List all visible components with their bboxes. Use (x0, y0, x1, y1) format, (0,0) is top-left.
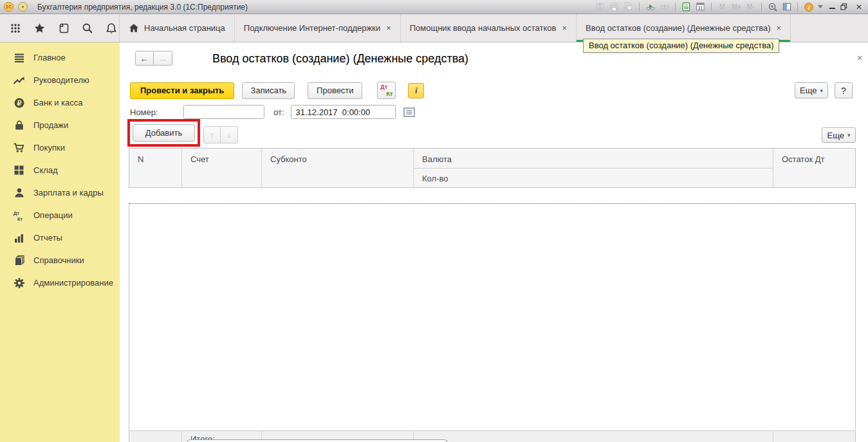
tab-close-icon[interactable]: × (562, 24, 568, 32)
column-header-balance-dt[interactable]: Остаток Дт (773, 149, 855, 187)
gear-icon (13, 277, 25, 289)
sidebar-item-manager[interactable]: Руководителю (0, 69, 120, 91)
add-row-button[interactable]: Добавить (133, 124, 195, 142)
dtkt-postings-button[interactable]: Дт Кт (377, 82, 396, 99)
calendar-icon[interactable]: 31 (695, 2, 706, 12)
column-header-quantity[interactable]: Кол-во (414, 169, 773, 188)
tab-label: Помощник ввода начальных остатков (410, 23, 557, 33)
forward-button[interactable]: → (154, 51, 172, 66)
total-cell-balance-dt (773, 431, 855, 442)
column-header-currency[interactable]: Валюта (414, 149, 773, 169)
help-button[interactable]: ? (835, 82, 853, 98)
apps-menu-icon[interactable] (8, 21, 23, 36)
tab-home[interactable]: Начальная страница (120, 14, 235, 42)
page-title: Ввод остатков (создание) (Денежные средс… (212, 52, 468, 66)
sidebar-item-label: Банк и касса (33, 98, 83, 107)
system-menu-button[interactable]: ▾ (18, 2, 28, 12)
memory-m-minus-button[interactable]: M- (745, 2, 756, 12)
split-window-icon[interactable] (781, 2, 792, 12)
sidebar-item-main[interactable]: Главное (0, 46, 120, 69)
warehouse-icon (13, 165, 25, 176)
post-and-close-button[interactable]: Провести и закрыть (130, 82, 234, 99)
memory-m-button[interactable]: M (717, 2, 728, 12)
number-input[interactable] (183, 105, 264, 119)
notifications-bell-icon[interactable] (104, 21, 119, 36)
number-label: Номер: (130, 107, 183, 117)
write-button[interactable]: Записать (242, 82, 295, 99)
favorites-star-icon[interactable] (32, 21, 46, 36)
sidebar-item-warehouse[interactable]: Склад (0, 159, 120, 181)
footer-field-partial[interactable] (187, 439, 448, 442)
sidebar-item-label: Покупки (33, 143, 65, 152)
save-icon[interactable] (595, 2, 605, 12)
sidebar-item-label: Главное (33, 53, 66, 62)
memory-m-plus-button[interactable]: M+ (731, 2, 742, 12)
document-journal-icon[interactable] (403, 107, 415, 117)
titlebar-separator (639, 3, 640, 12)
date-input[interactable] (291, 105, 396, 119)
zoom-icon[interactable] (767, 2, 778, 12)
history-icon[interactable] (56, 21, 71, 36)
info-button[interactable]: i (408, 83, 424, 98)
chevron-down-icon: ▾ (820, 87, 823, 94)
section-sidebar: Главное Руководителю ₽ Банк и касса Прод… (0, 42, 120, 442)
tab-balance-entry[interactable]: Ввод остатков (создание) (Денежные средс… (577, 14, 791, 42)
form-close-icon[interactable]: × (857, 53, 862, 63)
sidebar-item-reports[interactable]: Отчеты (0, 226, 120, 249)
document-fields-row: Номер: от: (130, 105, 415, 119)
close-icon[interactable]: ✕ (854, 2, 864, 12)
window-titlebar: 1С ▾ Бухгалтерия предприятия, редакция 3… (0, 0, 868, 14)
move-up-button[interactable]: ↑ (203, 126, 221, 143)
tab-opening-balances-assistant[interactable]: Помощник ввода начальных остатков × (401, 14, 577, 42)
tab-close-icon[interactable]: × (386, 24, 391, 32)
print-icon[interactable] (609, 2, 620, 12)
sidebar-item-directories[interactable]: Справочники (0, 249, 120, 272)
sidebar-item-operations[interactable]: ДтКт Операции (0, 204, 120, 226)
sidebar-item-label: Продажи (33, 120, 68, 130)
table-body[interactable] (129, 203, 856, 430)
print-preview-icon[interactable] (623, 2, 634, 12)
date-label: от: (273, 107, 284, 117)
move-down-button[interactable]: ↓ (221, 126, 238, 143)
sidebar-item-label: Зарплата и кадры (33, 188, 104, 198)
balances-table: N Счет Субконто Валюта Кол-во Остаток Дт… (129, 148, 856, 442)
sidebar-item-label: Операции (33, 210, 73, 220)
chart-icon (13, 232, 25, 244)
quick-access-bar (0, 14, 120, 42)
sidebar-item-label: Администрирование (33, 278, 113, 288)
search-icon[interactable] (80, 21, 95, 36)
person-icon (13, 187, 25, 199)
sidebar-item-sales[interactable]: Продажи (0, 114, 120, 136)
tab-tooltip: Ввод остатков (создание) (Денежные средс… (583, 39, 779, 53)
copy-link-icon[interactable] (659, 2, 670, 12)
calculator-icon[interactable] (681, 2, 692, 12)
add-button-highlight-box: Добавить (127, 119, 200, 147)
column-header-subconto[interactable]: Субконто (262, 149, 414, 187)
window-title: Бухгалтерия предприятия, редакция 3.0 (1… (37, 3, 248, 12)
tab-close-icon[interactable]: × (777, 24, 782, 32)
sidebar-item-payroll-hr[interactable]: Зарплата и кадры (0, 181, 120, 204)
svg-text:31: 31 (698, 6, 703, 10)
tab-internet-support[interactable]: Подключение Интернет-поддержки × (235, 14, 401, 42)
minimize-button[interactable] (827, 2, 837, 12)
tab-label: Начальная страница (144, 23, 225, 33)
more-button-form[interactable]: Еще ▾ (795, 82, 828, 98)
info-icon[interactable]: i (803, 2, 814, 12)
restore-button[interactable] (840, 3, 851, 10)
total-cell-currency (414, 431, 773, 442)
sidebar-item-label: Справочники (33, 255, 84, 265)
go-to-link-icon[interactable] (645, 2, 656, 12)
back-button[interactable]: ← (135, 51, 154, 66)
sidebar-item-purchases[interactable]: Покупки (0, 136, 120, 159)
form-balance-entry: × ← → Ввод остатков (создание) (Денежные… (120, 42, 868, 442)
titlebar-separator (761, 3, 762, 12)
column-header-n[interactable]: N (129, 149, 182, 187)
column-header-account[interactable]: Счет (182, 149, 262, 187)
dropdown-caret-icon[interactable] (817, 2, 824, 12)
titlebar-separator (675, 3, 676, 12)
table-cursor-line (129, 203, 855, 204)
sidebar-item-bank-cash[interactable]: ₽ Банк и касса (0, 91, 120, 114)
sidebar-item-administration[interactable]: Администрирование (0, 272, 120, 294)
post-button[interactable]: Провести (308, 82, 362, 99)
more-button-table[interactable]: Еще ▾ (822, 127, 856, 143)
